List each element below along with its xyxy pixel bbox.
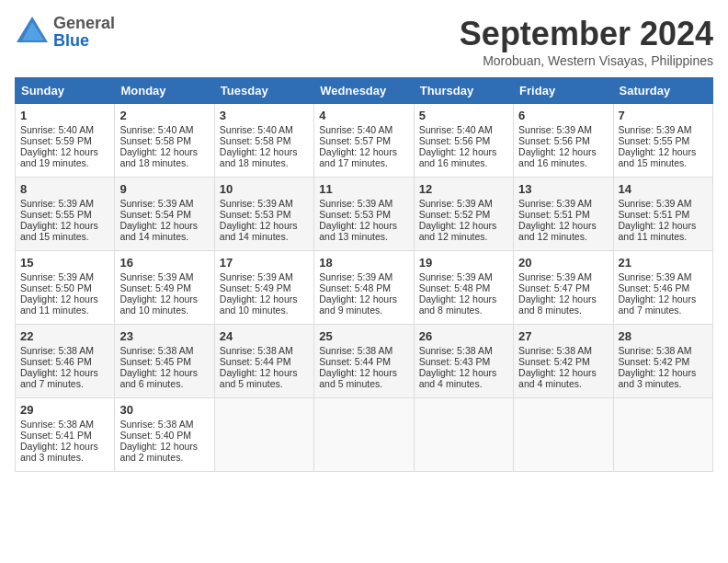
sunset: Sunset: 5:58 PM: [119, 135, 191, 146]
sunset: Sunset: 5:41 PM: [20, 430, 92, 441]
month-title: September 2024: [460, 15, 713, 53]
sunrise: Sunrise: 5:38 AM: [319, 345, 392, 356]
daylight: Daylight: 12 hours and 8 minutes.: [518, 293, 597, 316]
sunset: Sunset: 5:42 PM: [619, 356, 690, 367]
day-number: 29: [20, 403, 109, 417]
daylight: Daylight: 12 hours and 5 minutes.: [319, 367, 397, 389]
header-tuesday: Tuesday: [214, 78, 313, 104]
daylight: Daylight: 12 hours and 10 minutes.: [119, 293, 198, 316]
sunrise: Sunrise: 5:38 AM: [419, 345, 493, 356]
logo-name: General Blue: [53, 15, 115, 50]
sunset: Sunset: 5:48 PM: [319, 282, 391, 293]
location: Morobuan, Western Visayas, Philippines: [460, 53, 713, 68]
day-number: 22: [20, 329, 109, 343]
day-number: 13: [518, 182, 608, 196]
day-number: 18: [319, 256, 408, 270]
calendar-header-row: SundayMondayTuesdayWednesdayThursdayFrid…: [16, 78, 713, 104]
calendar-table: SundayMondayTuesdayWednesdayThursdayFrid…: [15, 77, 713, 472]
day-number: 26: [419, 329, 508, 343]
sunrise: Sunrise: 5:39 AM: [518, 271, 592, 282]
daylight: Daylight: 12 hours and 3 minutes.: [619, 367, 697, 389]
sunrise: Sunrise: 5:40 AM: [119, 124, 193, 135]
daylight: Daylight: 12 hours and 14 minutes.: [220, 220, 298, 242]
sunset: Sunset: 5:51 PM: [518, 209, 590, 220]
sunset: Sunset: 5:46 PM: [619, 282, 690, 293]
day-number: 5: [419, 109, 508, 122]
sunset: Sunset: 5:59 PM: [20, 135, 92, 146]
sunrise: Sunrise: 5:39 AM: [518, 124, 592, 135]
logo: General Blue: [15, 15, 115, 50]
sunrise: Sunrise: 5:40 AM: [20, 124, 94, 135]
sunset: Sunset: 5:48 PM: [419, 282, 491, 293]
sunrise: Sunrise: 5:40 AM: [419, 124, 493, 135]
page-header: General Blue September 2024 Morobuan, We…: [15, 15, 713, 68]
day-number: 8: [20, 182, 109, 196]
sunrise: Sunrise: 5:39 AM: [619, 124, 692, 135]
calendar-cell: 2Sunrise: 5:40 AMSunset: 5:58 PMDaylight…: [115, 104, 214, 178]
sunrise: Sunrise: 5:38 AM: [220, 345, 293, 356]
sunset: Sunset: 5:49 PM: [119, 282, 191, 293]
sunset: Sunset: 5:50 PM: [20, 282, 92, 293]
title-block: September 2024 Morobuan, Western Visayas…: [460, 15, 713, 68]
calendar-cell: 12Sunrise: 5:39 AMSunset: 5:52 PMDayligh…: [414, 178, 513, 251]
sunset: Sunset: 5:42 PM: [518, 356, 590, 367]
day-number: 14: [619, 182, 708, 196]
calendar-cell: [214, 398, 313, 472]
sunrise: Sunrise: 5:39 AM: [419, 271, 493, 282]
calendar-cell: 19Sunrise: 5:39 AMSunset: 5:48 PMDayligh…: [414, 251, 513, 325]
daylight: Daylight: 12 hours and 12 minutes.: [419, 220, 497, 242]
sunset: Sunset: 5:55 PM: [20, 209, 92, 220]
header-thursday: Thursday: [414, 78, 513, 104]
sunset: Sunset: 5:43 PM: [419, 356, 491, 367]
day-number: 19: [419, 256, 508, 270]
daylight: Daylight: 12 hours and 4 minutes.: [518, 367, 597, 389]
sunset: Sunset: 5:53 PM: [220, 209, 291, 220]
calendar-week-3: 15Sunrise: 5:39 AMSunset: 5:50 PMDayligh…: [16, 251, 713, 325]
sunrise: Sunrise: 5:38 AM: [119, 345, 193, 356]
header-sunday: Sunday: [16, 78, 115, 104]
daylight: Daylight: 12 hours and 12 minutes.: [518, 220, 597, 242]
calendar-cell: 23Sunrise: 5:38 AMSunset: 5:45 PMDayligh…: [115, 325, 214, 398]
daylight: Daylight: 12 hours and 7 minutes.: [619, 293, 697, 316]
day-number: 17: [220, 256, 309, 270]
sunrise: Sunrise: 5:38 AM: [20, 345, 94, 356]
day-number: 21: [619, 256, 708, 270]
calendar-cell: 14Sunrise: 5:39 AMSunset: 5:51 PMDayligh…: [613, 178, 712, 251]
daylight: Daylight: 12 hours and 7 minutes.: [20, 367, 98, 389]
calendar-cell: 28Sunrise: 5:38 AMSunset: 5:42 PMDayligh…: [613, 325, 712, 398]
day-number: 2: [119, 109, 209, 122]
sunrise: Sunrise: 5:39 AM: [619, 271, 692, 282]
day-number: 11: [319, 182, 408, 196]
sunset: Sunset: 5:57 PM: [319, 135, 391, 146]
daylight: Daylight: 12 hours and 4 minutes.: [419, 367, 497, 389]
daylight: Daylight: 12 hours and 18 minutes.: [119, 146, 198, 168]
calendar-week-2: 8Sunrise: 5:39 AMSunset: 5:55 PMDaylight…: [16, 178, 713, 251]
day-number: 25: [319, 329, 408, 343]
calendar-cell: 20Sunrise: 5:39 AMSunset: 5:47 PMDayligh…: [514, 251, 613, 325]
daylight: Daylight: 12 hours and 9 minutes.: [319, 293, 397, 316]
sunset: Sunset: 5:40 PM: [119, 430, 191, 441]
calendar-cell: 16Sunrise: 5:39 AMSunset: 5:49 PMDayligh…: [115, 251, 214, 325]
sunrise: Sunrise: 5:39 AM: [119, 198, 193, 209]
calendar-cell: 18Sunrise: 5:39 AMSunset: 5:48 PMDayligh…: [314, 251, 414, 325]
day-number: 7: [619, 109, 708, 122]
day-number: 4: [319, 109, 408, 122]
day-number: 9: [119, 182, 209, 196]
daylight: Daylight: 12 hours and 13 minutes.: [319, 220, 397, 242]
calendar-cell: 13Sunrise: 5:39 AMSunset: 5:51 PMDayligh…: [514, 178, 613, 251]
sunset: Sunset: 5:56 PM: [419, 135, 491, 146]
calendar-cell: 15Sunrise: 5:39 AMSunset: 5:50 PMDayligh…: [16, 251, 115, 325]
sunset: Sunset: 5:47 PM: [518, 282, 590, 293]
day-number: 24: [220, 329, 309, 343]
sunset: Sunset: 5:54 PM: [119, 209, 191, 220]
calendar-cell: 5Sunrise: 5:40 AMSunset: 5:56 PMDaylight…: [414, 104, 513, 178]
daylight: Daylight: 12 hours and 17 minutes.: [319, 146, 397, 168]
daylight: Daylight: 12 hours and 19 minutes.: [20, 146, 98, 168]
daylight: Daylight: 12 hours and 11 minutes.: [619, 220, 697, 242]
day-number: 27: [518, 329, 608, 343]
sunset: Sunset: 5:52 PM: [419, 209, 491, 220]
sunrise: Sunrise: 5:39 AM: [20, 271, 94, 282]
day-number: 15: [20, 256, 109, 270]
header-monday: Monday: [115, 78, 214, 104]
daylight: Daylight: 12 hours and 3 minutes.: [20, 441, 98, 463]
